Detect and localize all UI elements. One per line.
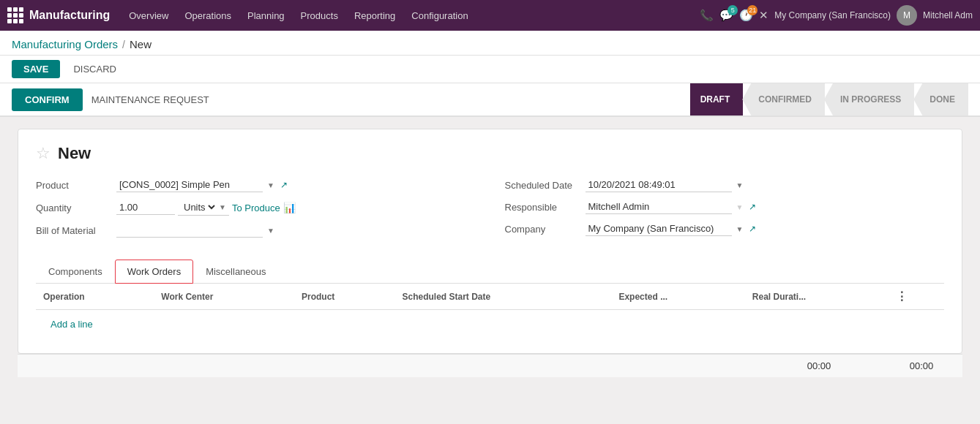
product-external-link-icon[interactable]: ↗: [280, 180, 288, 190]
status-step-draft[interactable]: DRAFT: [690, 83, 744, 116]
product-label: Product: [36, 180, 116, 191]
maintenance-request-link[interactable]: MAINTENANCE REQUEST: [91, 94, 209, 105]
form-right-column: Scheduled Date ▼ Responsible ▼ ↗ Compa: [505, 178, 945, 245]
units-select[interactable]: Units: [181, 201, 217, 213]
quantity-value: Units ▼ To Produce 📊: [116, 200, 476, 216]
breadcrumb-current: New: [130, 38, 152, 50]
scheduled-date-value: ▼: [586, 178, 945, 192]
tab-miscellaneous[interactable]: Miscellaneous: [193, 260, 278, 284]
bom-input[interactable]: [116, 223, 263, 238]
product-value: ▼ ↗: [116, 178, 476, 192]
responsible-field-row: Responsible ▼ ↗: [505, 200, 945, 214]
topnav-right: 📞 💬 5 🕐 21 ✕ My Company (San Francisco) …: [700, 5, 973, 26]
chat-badge-wrap[interactable]: 💬 5: [719, 9, 733, 22]
status-step-in-progress[interactable]: IN PROGRESS: [824, 83, 914, 116]
bom-dropdown-icon[interactable]: ▼: [267, 227, 274, 235]
confirm-button[interactable]: CONFIRM: [12, 88, 83, 111]
form-card: ☆ New Product ▼ ↗ Quantity: [18, 129, 962, 354]
add-line-row: Add a line: [36, 310, 944, 339]
menu-operations[interactable]: Operations: [177, 7, 239, 24]
col-work-center: Work Center: [154, 284, 294, 310]
company-input[interactable]: [586, 222, 732, 236]
responsible-input[interactable]: [586, 200, 732, 214]
scheduled-date-dropdown-icon[interactable]: ▼: [736, 181, 744, 189]
save-button[interactable]: SAVE: [12, 60, 60, 78]
form-left-column: Product ▼ ↗ Quantity Units: [36, 178, 476, 245]
bom-value: ▼: [116, 223, 476, 238]
top-navigation: Manufacturing Overview Operations Planni…: [0, 0, 980, 31]
close-icon[interactable]: ✕: [759, 9, 768, 22]
to-produce-label: To Produce: [232, 202, 280, 213]
quantity-input[interactable]: [116, 200, 175, 215]
breadcrumb: Manufacturing Orders / New: [0, 31, 980, 56]
footer-expected-value: 00:00: [790, 360, 848, 371]
grid-icon[interactable]: [7, 7, 23, 23]
col-real-duration: Real Durati...: [745, 284, 889, 310]
phone-icon[interactable]: 📞: [700, 9, 714, 22]
forecast-chart-icon[interactable]: 📊: [283, 202, 296, 213]
record-title: New: [58, 144, 91, 163]
responsible-dropdown-icon[interactable]: ▼: [736, 203, 744, 211]
responsible-external-link-icon[interactable]: ↗: [749, 202, 756, 212]
chat-badge: 5: [727, 5, 738, 15]
table-header-row: Operation Work Center Product Scheduled …: [36, 284, 944, 310]
status-step-done[interactable]: DONE: [913, 83, 968, 116]
units-select-wrap[interactable]: Units ▼: [178, 200, 229, 216]
col-product: Product: [294, 284, 394, 310]
scheduled-date-field-row: Scheduled Date ▼: [505, 178, 945, 192]
col-operation: Operation: [36, 284, 154, 310]
company-external-link-icon[interactable]: ↗: [749, 224, 756, 234]
menu-products[interactable]: Products: [293, 7, 345, 24]
responsible-value: ▼ ↗: [586, 200, 945, 214]
col-scheduled-start: Scheduled Start Date: [394, 284, 611, 310]
bom-label: Bill of Material: [36, 225, 116, 236]
col-menu: ⋮: [889, 284, 944, 310]
top-menu: Overview Operations Planning Products Re…: [121, 7, 695, 24]
action-bar: SAVE DISCARD: [0, 56, 980, 83]
tab-work-orders[interactable]: Work Orders: [115, 260, 193, 284]
product-field-row: Product ▼ ↗: [36, 178, 476, 192]
favorite-star-icon[interactable]: ☆: [36, 144, 51, 163]
clock-badge: 21: [747, 5, 758, 15]
breadcrumb-parent[interactable]: Manufacturing Orders: [12, 38, 118, 50]
table-column-menu-icon[interactable]: ⋮: [896, 290, 908, 303]
status-steps: DRAFT CONFIRMED IN PROGRESS DONE: [691, 83, 968, 116]
main-content: ☆ New Product ▼ ↗ Quantity: [0, 117, 980, 389]
company-dropdown-icon[interactable]: ▼: [736, 225, 744, 233]
status-bar: CONFIRM MAINTENANCE REQUEST DRAFT CONFIR…: [0, 83, 980, 117]
col-expected: Expected ...: [611, 284, 744, 310]
tabs-row: Components Work Orders Miscellaneous: [36, 260, 944, 284]
breadcrumb-separator: /: [122, 39, 125, 50]
bom-field-row: Bill of Material ▼: [36, 223, 476, 238]
discard-button[interactable]: DISCARD: [66, 60, 124, 78]
status-step-confirmed[interactable]: CONFIRMED: [742, 83, 825, 116]
company-value: ▼ ↗: [586, 222, 945, 236]
product-dropdown-icon[interactable]: ▼: [267, 181, 274, 189]
quantity-label: Quantity: [36, 202, 116, 213]
menu-overview[interactable]: Overview: [121, 7, 176, 24]
user-avatar[interactable]: M: [897, 5, 917, 26]
work-orders-table: Operation Work Center Product Scheduled …: [36, 284, 944, 338]
menu-configuration[interactable]: Configuration: [404, 7, 475, 24]
form-fields: Product ▼ ↗ Quantity Units: [36, 178, 944, 245]
company-label: Company: [505, 224, 586, 235]
company-field-row: Company ▼ ↗: [505, 222, 945, 236]
brand: Manufacturing: [7, 7, 110, 23]
menu-planning[interactable]: Planning: [240, 7, 292, 24]
tab-components[interactable]: Components: [36, 260, 115, 284]
menu-reporting[interactable]: Reporting: [347, 7, 403, 24]
brand-label: Manufacturing: [29, 9, 110, 22]
table-footer: 00:00 00:00: [18, 354, 962, 377]
company-name: My Company (San Francisco): [774, 10, 891, 20]
product-input[interactable]: [116, 178, 263, 192]
scheduled-date-label: Scheduled Date: [505, 180, 586, 191]
add-line-button[interactable]: Add a line: [43, 314, 100, 334]
footer-real-value: 00:00: [892, 360, 951, 371]
quantity-field-row: Quantity Units ▼ To Produce 📊: [36, 200, 476, 216]
responsible-label: Responsible: [505, 202, 586, 213]
record-title-row: ☆ New: [36, 144, 944, 163]
clock-badge-wrap[interactable]: 🕐 21: [739, 9, 753, 22]
user-name: Mitchell Adm: [923, 10, 973, 20]
scheduled-date-input[interactable]: [586, 178, 732, 192]
units-dropdown-icon: ▼: [219, 203, 226, 211]
